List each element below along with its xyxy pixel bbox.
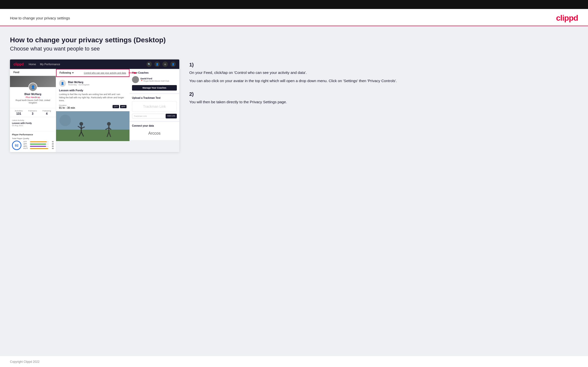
app-nav-links: Home My Performance [29,63,141,66]
bar-fill [30,144,46,145]
latest-activity-date: 03 Aug 2022 [12,124,54,127]
bar-track [30,148,49,149]
app-post: 👤 Blair McHarg Yesterday · Sunningdale L… [56,78,130,141]
location-icon: 📍 [140,80,143,82]
instructions-column: 1) On your Feed, click/tap on 'Control w… [189,59,573,112]
instruction-1-p1: On your Feed, click/tap on 'Control who … [189,70,573,75]
post-description: Looking to feel like my hands are exitin… [56,93,130,104]
stat-activities: Activities 131 [15,110,23,115]
perf-bar-row: OTT 90 [23,141,54,143]
feed-header-inner: Following ▾ Control who can see your act… [57,69,129,76]
bar-fill [30,141,47,142]
bar-label: PUTT [23,148,29,149]
bar-value: 86 [50,145,54,147]
add-link-button[interactable]: Add Link [166,114,177,118]
following-button[interactable]: Following ▾ [60,71,73,74]
app-nav-home[interactable]: Home [29,63,36,66]
tag-app: APP [120,105,127,108]
post-meta: Blair McHarg Yesterday · Sunningdale [68,81,89,86]
instruction-1: 1) On your Feed, click/tap on 'Control w… [189,62,573,84]
bar-track [30,141,49,142]
arccos-logo: Arccos [132,129,177,138]
tpq-label: Total Player Quality [12,137,54,140]
post-date: Yesterday · Sunningdale [68,84,89,86]
page-subtitle: Choose what you want people to see [10,46,573,52]
perf-bar-row: ARG 86 [23,145,54,147]
app-nav: clippd Home My Performance 🔍 👤 ⊕ 👤 [10,59,179,69]
stat-following-value: 4 [43,112,51,115]
feed-tab[interactable]: Feed [10,69,56,76]
site-header: How to change your privacy settings clip… [0,9,588,26]
avatar: 👤 [28,83,37,92]
svg-marker-1 [134,72,136,74]
profile-name: Blair McHarg [12,93,54,96]
stats-row: Activities 131 Followers 3 Following 4 [10,108,56,117]
connect-title: Connect your data [132,124,177,127]
post-image-svg [56,111,130,141]
svg-point-5 [79,122,83,126]
latest-activity-name: Lesson with Fordy [12,122,54,124]
instruction-1-p2: You can also click on your avatar in the… [189,78,573,84]
app-right-panel: Your Coaches David Ford 📍 Royal North De… [130,69,179,152]
stat-followers-value: 3 [28,112,37,115]
stat-following-label: Following [43,110,51,112]
svg-point-11 [107,122,111,126]
trackman-link-input[interactable]: Trackman Link [132,114,165,118]
bar-label: APP [23,143,29,145]
post-image [56,111,130,141]
coaches-title: Your Coaches [132,71,177,74]
post-duration-info: Duration 01 hr : 30 min [59,104,75,109]
connect-card: Connect your data Arccos [130,122,179,140]
duration-value: 01 hr : 30 min [59,106,75,109]
instruction-1-number: 1) [189,62,573,68]
trackman-placeholder: Trackman Link [132,101,177,112]
app-nav-icons: 🔍 👤 ⊕ 👤 [146,61,176,67]
profile-banner: 👤 [10,76,56,87]
duration-label: Duration [59,104,75,106]
person-icon[interactable]: 👤 [154,61,160,67]
manage-coaches-button[interactable]: Manage Your Coaches [132,85,177,91]
score-circle: 92 [12,141,21,150]
instruction-1-text: On your Feed, click/tap on 'Control who … [189,70,573,84]
page-title: How to change your privacy settings (Des… [10,36,573,44]
post-duration: Duration 01 hr : 30 min OTT APP [56,104,130,111]
bar-track [30,146,49,147]
duration-tags: OTT APP [113,105,127,108]
bar-fill [30,148,48,149]
app-left-sidebar: Feed 👤 Blair McHarg Plus Handicap Royal … [10,69,56,152]
bar-fill [30,146,46,147]
post-author-avatar: 👤 [59,80,66,87]
tpq-row: 92 OTT 90 APP 85 ARG 86 PUTT 96 [12,141,54,150]
bar-track [30,144,49,145]
control-privacy-link[interactable]: Control who can see your activity and da… [84,72,126,74]
trackman-card: Upload a Trackman Test Trackman Link Tra… [130,94,179,121]
instruction-2-number: 2) [189,91,573,97]
avatar-icon[interactable]: 👤 [170,61,176,67]
app-nav-performance[interactable]: My Performance [40,63,60,66]
app-feed-center: Following ▾ Control who can see your act… [56,69,130,152]
instruction-2-text: You will then be taken directly to the P… [189,99,573,105]
app-mockup: clippd Home My Performance 🔍 👤 ⊕ 👤 Feed [10,59,179,152]
top-bar [0,0,588,9]
coach-avatar [132,76,139,83]
stat-followers-label: Followers [28,110,37,112]
player-perf-title: Player Performance [12,133,54,136]
stat-activities-label: Activities [15,110,23,112]
latest-activity: Latest Activity Lesson with Fordy 03 Aug… [10,117,56,129]
coach-info: David Ford 📍 Royal North Devon Golf Club [140,77,169,82]
compass-icon[interactable]: ⊕ [162,61,168,67]
coach-row: David Ford 📍 Royal North Devon Golf Club [132,76,177,83]
svg-rect-3 [56,130,130,141]
profile-club: Royal North Devon Golf Club, United King… [12,99,54,104]
instruction-2: 2) You will then be taken directly to th… [189,91,573,105]
trackman-input-row: Trackman Link Add Link [132,114,177,118]
app-body: Feed 👤 Blair McHarg Plus Handicap Royal … [10,69,179,152]
main-content: How to change your privacy settings (Des… [0,26,588,356]
latest-activity-label: Latest Activity [12,119,54,121]
bar-value: 85 [50,143,54,145]
search-icon[interactable]: 🔍 [146,61,152,67]
bar-value: 96 [50,148,54,149]
bar-label: OTT [23,141,29,143]
post-author-name: Blair McHarg [68,81,89,84]
clippd-logo: clippd [556,13,578,23]
